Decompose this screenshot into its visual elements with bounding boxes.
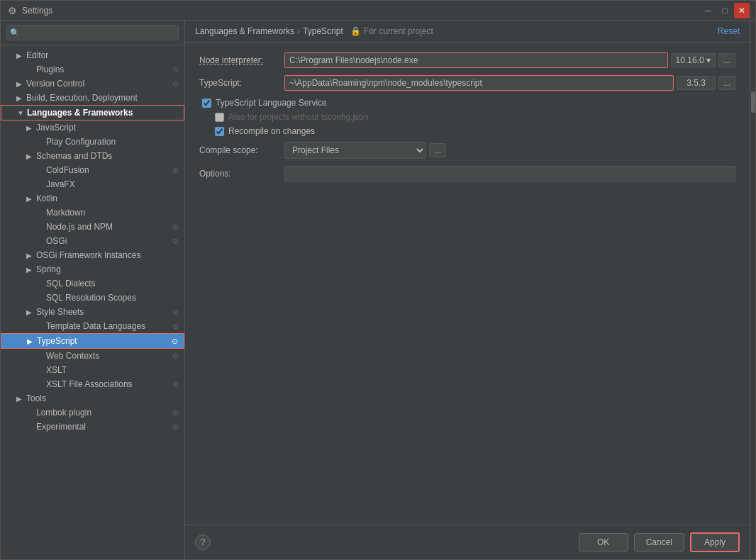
close-button[interactable]: ✕: [734, 3, 750, 18]
minimize-button[interactable]: ─: [700, 3, 716, 18]
sidebar-item-plugins[interactable]: Plugins ⊙: [1, 62, 184, 77]
copy-icon: ⊙: [172, 322, 179, 331]
sidebar-item-web-contexts[interactable]: Web Contexts ⊙: [1, 349, 184, 363]
node-interpreter-input[interactable]: [284, 52, 668, 68]
sidebar-item-lang-frameworks[interactable]: ▼ Languages & Frameworks: [1, 105, 184, 121]
copy-icon: ⊙: [172, 422, 179, 432]
sidebar-item-xslt[interactable]: XSLT: [1, 363, 184, 377]
copy-icon: ⊙: [172, 308, 179, 317]
copy-icon: ⊙: [172, 352, 179, 361]
node-interpreter-input-wrap: 10.16.0 ▾ ...: [284, 52, 735, 68]
sidebar-item-osgi[interactable]: OSGi ⊙: [1, 234, 184, 248]
arrow-icon: ▶: [16, 395, 26, 403]
copy-icon: ⊙: [172, 408, 179, 418]
sidebar-item-spring[interactable]: ▶ Spring: [1, 262, 184, 276]
sidebar-item-label: Build, Execution, Deployment: [26, 93, 179, 103]
search-icon: 🔍: [10, 28, 20, 38]
breadcrumb-bar: Languages & Frameworks › TypeScript 🔒 Fo…: [185, 21, 750, 43]
sidebar-item-play-config[interactable]: Play Configuration: [1, 135, 184, 149]
sidebar-item-label: Lombok plugin: [36, 408, 169, 418]
copy-icon: ⊙: [172, 223, 179, 232]
sidebar-item-label: Node.js and NPM: [46, 222, 169, 232]
sidebar-item-lombok[interactable]: Lombok plugin ⊙: [1, 405, 184, 420]
sidebar-item-style-sheets[interactable]: ▶ Style Sheets ⊙: [1, 305, 184, 319]
apply-button[interactable]: Apply: [690, 532, 740, 552]
sidebar: 🔍 ▶ Editor Plugins ⊙ ▶: [1, 21, 185, 559]
sidebar-item-label: ColdFusion: [46, 165, 169, 175]
sidebar-item-xslt-file-assoc[interactable]: XSLT File Associations ⊙: [1, 377, 184, 391]
sidebar-item-sql-dialects[interactable]: SQL Dialects: [1, 276, 184, 291]
sidebar-item-javafx[interactable]: JavaFX: [1, 177, 184, 191]
sidebar-item-schemas[interactable]: ▶ Schemas and DTDs: [1, 149, 184, 163]
typescript-language-service-checkbox[interactable]: [202, 99, 211, 108]
options-input[interactable]: [284, 166, 735, 181]
sidebar-item-label: Web Contexts: [46, 351, 169, 361]
sidebar-item-nodejs[interactable]: Node.js and NPM ⊙: [1, 220, 184, 234]
compile-scope-browse-button[interactable]: ...: [429, 143, 446, 157]
reset-link[interactable]: Reset: [718, 26, 740, 36]
compile-scope-label: Compile scope:: [199, 145, 284, 155]
node-version-badge: 10.16.0 ▾: [671, 53, 716, 67]
sidebar-item-label: Template Data Languages: [46, 321, 169, 331]
copy-icon: ⊙: [172, 380, 179, 389]
sidebar-item-label: Style Sheets: [36, 307, 169, 317]
arrow-icon: ▶: [26, 152, 36, 160]
recompile-on-changes-label: Recompile on changes: [228, 126, 315, 136]
arrow-icon: ▶: [27, 337, 37, 345]
sidebar-item-kotlin[interactable]: ▶ Kotlin: [1, 191, 184, 206]
options-row: Options:: [199, 166, 735, 181]
compile-scope-select[interactable]: Project Files All Files Selected Files: [284, 142, 426, 159]
sidebar-item-template-data[interactable]: Template Data Languages ⊙: [1, 319, 184, 333]
search-box: 🔍: [1, 21, 184, 45]
main-content: 🔍 ▶ Editor Plugins ⊙ ▶: [1, 21, 755, 559]
arrow-icon: ▶: [26, 308, 36, 316]
compile-scope-row: Compile scope: Project Files All Files S…: [199, 142, 735, 159]
typescript-browse-button[interactable]: ...: [718, 76, 735, 90]
breadcrumb-meta: 🔒 For current project: [346, 26, 433, 36]
sidebar-item-sql-resolution[interactable]: SQL Resolution Scopes: [1, 291, 184, 305]
sidebar-item-editor[interactable]: ▶ Editor: [1, 48, 184, 62]
typescript-input[interactable]: [284, 75, 674, 91]
sidebar-item-tools[interactable]: ▶ Tools: [1, 391, 184, 405]
arrow-icon: ▶: [16, 94, 26, 102]
also-for-projects-checkbox[interactable]: [215, 113, 224, 122]
settings-window: ⚙ Settings ─ □ ✕ 🔍 ▶ Editor: [0, 0, 756, 560]
right-scrollbar[interactable]: [750, 21, 755, 559]
sidebar-item-label: JavaFX: [46, 179, 179, 189]
cancel-button[interactable]: Cancel: [634, 533, 684, 551]
scrollbar-thumb: [751, 91, 755, 113]
ok-button[interactable]: OK: [579, 533, 628, 551]
sidebar-item-label: SQL Dialects: [46, 279, 179, 289]
arrow-icon: ▶: [26, 252, 36, 259]
options-label: Options:: [199, 169, 284, 179]
help-button[interactable]: ?: [195, 534, 211, 550]
node-interpreter-label: Node interpreter:: [199, 55, 284, 65]
sidebar-item-coldfusion[interactable]: ColdFusion ⊙: [1, 163, 184, 177]
arrow-icon: ▶: [16, 80, 26, 88]
maximize-button[interactable]: □: [717, 3, 733, 18]
node-interpreter-browse-button[interactable]: ...: [718, 53, 735, 67]
sidebar-item-experimental[interactable]: Experimental ⊙: [1, 420, 184, 434]
compile-scope-controls: Project Files All Files Selected Files .…: [284, 142, 446, 159]
recompile-on-changes-row: Recompile on changes: [199, 126, 735, 136]
copy-icon: ⊙: [172, 237, 179, 246]
sidebar-item-markdown[interactable]: Markdown: [1, 206, 184, 220]
search-input[interactable]: [6, 25, 179, 40]
arrow-icon: ▶: [16, 52, 26, 60]
breadcrumb-parent: Languages & Frameworks: [195, 26, 294, 36]
typescript-version-badge: 3.5.3: [677, 76, 716, 90]
sidebar-item-version-control[interactable]: ▶ Version Control ⊙: [1, 77, 184, 91]
right-panel: Languages & Frameworks › TypeScript 🔒 Fo…: [185, 21, 750, 559]
sidebar-item-label: Schemas and DTDs: [36, 151, 179, 161]
sidebar-item-build-exec[interactable]: ▶ Build, Execution, Deployment: [1, 91, 184, 105]
breadcrumb-separator: ›: [297, 26, 300, 36]
recompile-on-changes-checkbox[interactable]: [215, 127, 224, 136]
typescript-field-row: TypeScript: 3.5.3 ...: [199, 75, 735, 91]
breadcrumb-current: TypeScript: [303, 26, 343, 36]
sidebar-item-label: OSGi Framework Instances: [36, 250, 179, 260]
sidebar-item-osgi-framework[interactable]: ▶ OSGi Framework Instances: [1, 248, 184, 262]
sidebar-item-javascript[interactable]: ▶ JavaScript: [1, 121, 184, 135]
sidebar-item-typescript[interactable]: ▶ TypeScript ⊙: [1, 333, 184, 349]
bottom-bar: ? OK Cancel Apply: [185, 525, 750, 559]
typescript-language-service-label: TypeScript Language Service: [216, 98, 327, 108]
